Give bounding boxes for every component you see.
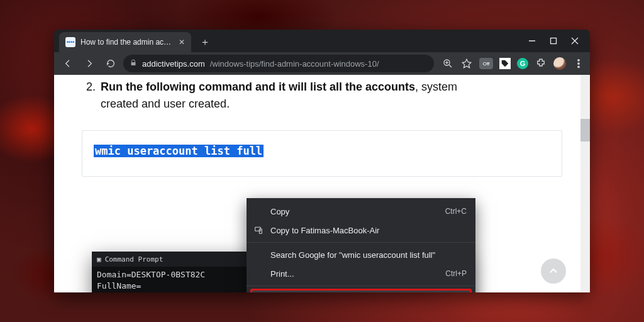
extension-off-badge[interactable]: Off: [479, 58, 493, 69]
context-print[interactable]: Print... Ctrl+P: [247, 264, 475, 283]
step-number: 2.: [82, 79, 96, 113]
close-tab-icon[interactable]: ✕: [179, 38, 185, 46]
command-prompt-icon: ▣: [97, 255, 101, 264]
extension-grammarly-icon[interactable]: G: [517, 58, 528, 69]
context-search-google[interactable]: Search Google for "wmic useraccount list…: [247, 245, 475, 264]
svg-point-12: [578, 66, 579, 67]
step-rest-a: , system: [415, 80, 457, 93]
context-print-label: Print...: [270, 269, 294, 279]
svg-rect-1: [551, 38, 557, 44]
maximize-icon[interactable]: [550, 37, 557, 45]
new-tab-button[interactable]: ＋: [196, 33, 214, 51]
tab-title: How to find the admin account o: [80, 38, 174, 47]
devices-icon: [253, 225, 264, 236]
step-text: Run the following command and it will li…: [101, 79, 457, 113]
url-host: addictivetips.com: [142, 59, 205, 69]
context-copy-to-device[interactable]: Copy to Fatimas-MacBook-Air: [247, 221, 475, 240]
context-separator: [247, 242, 475, 243]
zoom-icon[interactable]: [441, 57, 454, 70]
bookmark-star-icon[interactable]: [460, 57, 473, 70]
svg-marker-9: [462, 59, 471, 68]
svg-rect-4: [131, 62, 136, 65]
browser-tab[interactable]: •••• How to find the admin account o ✕: [59, 32, 191, 52]
browser-toolbar: addictivetips.com/windows-tips/find-admi…: [54, 52, 590, 75]
scrollbar-track[interactable]: [580, 75, 590, 292]
close-window-icon[interactable]: [571, 37, 579, 45]
scroll-to-top-button[interactable]: [541, 258, 566, 284]
context-copy-link-highlight: # Copy Link to Selected Text: [250, 289, 472, 292]
kebab-menu-icon[interactable]: [572, 57, 585, 70]
forward-button[interactable]: [80, 55, 98, 72]
window-controls: [528, 30, 590, 52]
scrollbar-thumb[interactable]: [580, 119, 590, 142]
svg-point-10: [578, 60, 579, 61]
minimize-icon[interactable]: [528, 37, 536, 45]
command-prompt-title: Command Prompt: [105, 255, 164, 264]
svg-point-11: [578, 63, 579, 64]
context-copy-label: Copy: [270, 207, 289, 216]
tab-strip: •••• How to find the admin account o ✕ ＋: [54, 30, 590, 52]
extension-tag-icon[interactable]: [499, 58, 511, 69]
address-bar[interactable]: addictivetips.com/windows-tips/find-admi…: [123, 55, 434, 72]
context-print-shortcut: Ctrl+P: [445, 269, 467, 278]
step-rest-b: created and user created.: [101, 97, 230, 110]
context-separator: [247, 286, 475, 286]
context-copy-link-selected-text[interactable]: # Copy Link to Selected Text: [252, 291, 470, 292]
svg-line-6: [449, 65, 452, 67]
lock-icon: [130, 59, 137, 69]
step-bold: Run the following command and it will li…: [101, 80, 415, 93]
step-item: 2. Run the following command and it will…: [82, 79, 562, 113]
favicon-icon: ••••: [65, 37, 75, 47]
back-button[interactable]: [59, 55, 77, 72]
context-search-label: Search Google for "wmic useraccount list…: [270, 250, 435, 260]
page-content: 2. Run the following command and it will…: [54, 75, 590, 292]
context-copy-shortcut: Ctrl+C: [445, 207, 467, 216]
extensions-puzzle-icon[interactable]: [535, 57, 547, 70]
context-copy[interactable]: Copy Ctrl+C: [247, 202, 475, 221]
code-card: wmic useraccount list full: [82, 130, 562, 177]
context-copy-to-label: Copy to Fatimas-MacBook-Air: [270, 226, 379, 235]
reload-button[interactable]: [102, 55, 119, 72]
url-path: /windows-tips/find-admin-account-windows…: [210, 59, 379, 69]
profile-avatar[interactable]: [553, 57, 566, 70]
selected-code[interactable]: wmic useraccount list full: [94, 145, 264, 157]
browser-window: •••• How to find the admin account o ✕ ＋…: [54, 30, 590, 292]
context-menu: Copy Ctrl+C Copy to Fatimas-MacBook-Air …: [247, 198, 475, 292]
